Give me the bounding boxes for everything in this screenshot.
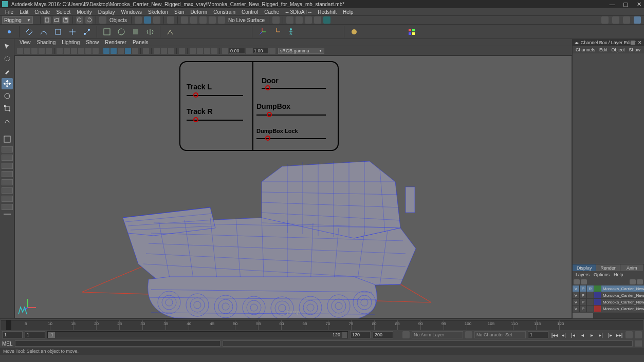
layer-cell-r[interactable]: R — [587, 285, 594, 292]
scale-tool[interactable] — [2, 103, 13, 114]
step-back-key-button[interactable]: ◂| — [560, 331, 568, 338]
layer-tab-display[interactable]: Display — [573, 264, 596, 271]
vt-select-camera-icon[interactable] — [17, 48, 23, 54]
quick-layout-4-icon[interactable] — [314, 16, 321, 24]
layer-cell-v[interactable]: V — [573, 292, 580, 298]
layer-cell-v[interactable]: V — [573, 306, 580, 312]
vt-shadows-icon[interactable] — [132, 48, 138, 54]
layer-new-empty-icon[interactable] — [630, 279, 636, 284]
menu-help[interactable]: Help — [340, 9, 357, 15]
vt-safe-action-icon[interactable] — [93, 48, 99, 54]
vt-view-transform-icon[interactable] — [269, 48, 275, 54]
vt-gamma-value[interactable] — [252, 48, 269, 54]
layout-preset-5[interactable] — [2, 179, 13, 185]
paint-select-tool[interactable] — [2, 66, 13, 77]
menu-skeleton[interactable]: Skeleton — [145, 9, 171, 15]
lasso-tool[interactable] — [2, 53, 13, 65]
shelf-snap-icon[interactable] — [24, 26, 35, 37]
quick-layout-5-icon[interactable] — [323, 16, 330, 24]
vt-isolate-icon[interactable] — [143, 48, 149, 54]
shelf-weights-icon[interactable] — [130, 26, 141, 37]
panel-close-icon[interactable]: ✕ — [638, 40, 642, 45]
menu-cache[interactable]: Cache — [261, 9, 282, 15]
viewmenu-renderer[interactable]: Renderer — [102, 40, 130, 45]
layer-cell-v[interactable]: V — [573, 299, 580, 305]
charset-icon[interactable] — [465, 331, 472, 338]
save-scene-icon[interactable] — [62, 16, 69, 24]
layer-cell-r[interactable] — [587, 292, 594, 298]
vt-msaa-icon[interactable] — [211, 48, 217, 54]
vt-bookmark-icon[interactable] — [24, 48, 30, 54]
quick-layout-3-icon[interactable] — [305, 16, 312, 24]
layer-cell-p[interactable]: P — [580, 299, 587, 305]
shelf-ikspline-icon[interactable] — [179, 26, 190, 37]
layout-preset-8[interactable] — [2, 204, 13, 210]
menu-deform[interactable]: Deform — [187, 9, 210, 15]
menu-skin[interactable]: Skin — [171, 9, 187, 15]
timeline-current-frame-marker[interactable] — [6, 320, 11, 330]
shelf-wrap-icon[interactable] — [377, 26, 389, 37]
panel-collapse-icon[interactable]: ◂▸ — [575, 41, 579, 45]
layer-move-down-icon[interactable] — [581, 279, 587, 284]
step-forward-key-button[interactable]: |▸ — [606, 331, 614, 338]
animlayer-select[interactable]: No Anim Layer — [412, 331, 463, 338]
shelf-ik-icon[interactable] — [164, 26, 176, 37]
menu-display[interactable]: Display — [95, 9, 118, 15]
quick-layout-2-icon[interactable] — [296, 16, 303, 24]
layer-color-swatch[interactable] — [594, 299, 601, 305]
vt-gamma-toggle-icon[interactable] — [246, 48, 252, 54]
vt-film-gate-icon[interactable] — [64, 48, 70, 54]
prefs-icon[interactable] — [635, 331, 642, 338]
vt-image-plane-icon[interactable] — [31, 48, 38, 54]
go-to-end-button[interactable]: ▸▸| — [615, 331, 623, 338]
layer-cell-p[interactable]: P — [580, 285, 587, 292]
autokey-icon[interactable] — [625, 331, 633, 338]
vt-2d-pan-icon[interactable] — [39, 48, 45, 54]
layout-preset-6[interactable] — [2, 187, 13, 194]
vt-view-transform-select[interactable]: sRGB gamma▼ — [278, 48, 324, 54]
vt-xray-comp-icon[interactable] — [168, 48, 174, 54]
menu-create[interactable]: Create — [31, 9, 53, 15]
layout-preset-4[interactable] — [2, 171, 13, 177]
rotate-tool[interactable] — [2, 90, 13, 102]
render-icon[interactable] — [181, 16, 188, 24]
last-tool[interactable] — [2, 115, 13, 126]
toggle-channelbox-icon[interactable] — [601, 16, 609, 24]
layer-name[interactable]: Morooka_Carrier_New — [601, 285, 644, 292]
menu-modify[interactable]: Modify — [73, 9, 95, 15]
viewmenu-shading[interactable]: Shading — [34, 40, 59, 45]
construction-history-icon[interactable] — [272, 16, 280, 24]
shelf-sculpt-icon[interactable] — [363, 26, 374, 37]
layer-cell-r[interactable] — [587, 306, 594, 312]
layer-move-up-icon[interactable] — [574, 279, 580, 284]
vt-field-chart-icon[interactable] — [85, 48, 91, 54]
layermenu-options[interactable]: Options — [592, 272, 612, 277]
open-scene-icon[interactable] — [53, 16, 60, 24]
viewmenu-view[interactable]: View — [16, 40, 34, 45]
maximize-button[interactable]: ▢ — [622, 1, 629, 7]
vt-textured-icon[interactable] — [118, 48, 124, 54]
snap-point-icon[interactable] — [153, 16, 160, 24]
move-tool[interactable] — [2, 78, 13, 89]
shelf-curve-icon[interactable] — [38, 26, 49, 37]
layer-cell-v[interactable]: V — [573, 285, 580, 292]
step-back-button[interactable]: |◂ — [569, 331, 577, 338]
step-forward-button[interactable]: ▸| — [597, 331, 605, 338]
workspace-selector[interactable]: Rigging▼ — [2, 16, 33, 24]
layer-color-swatch[interactable] — [594, 306, 601, 312]
redo-icon[interactable] — [85, 16, 93, 24]
undo-icon[interactable] — [76, 16, 83, 24]
menu-windows[interactable]: Windows — [118, 9, 145, 15]
shelf-home-icon[interactable] — [4, 26, 15, 37]
layer-row[interactable]: VPMorooka_Carrier_New — [573, 306, 644, 312]
layer-tab-anim[interactable]: Anim — [620, 264, 644, 271]
channelbox-menu-edit[interactable]: Edit — [597, 47, 610, 52]
shelf-cluster-icon[interactable] — [67, 26, 78, 37]
shelf-parent-icon[interactable] — [208, 26, 219, 37]
layer-row[interactable]: VPMorooka_Carrier_New — [573, 299, 644, 306]
shelf-color-icon[interactable] — [406, 26, 417, 37]
shelf-blendshape-icon[interactable] — [314, 26, 325, 37]
go-to-start-button[interactable]: |◂◂ — [550, 331, 559, 338]
layer-cell-p[interactable]: P — [580, 292, 587, 298]
viewmenu-panels[interactable]: Panels — [130, 40, 152, 45]
